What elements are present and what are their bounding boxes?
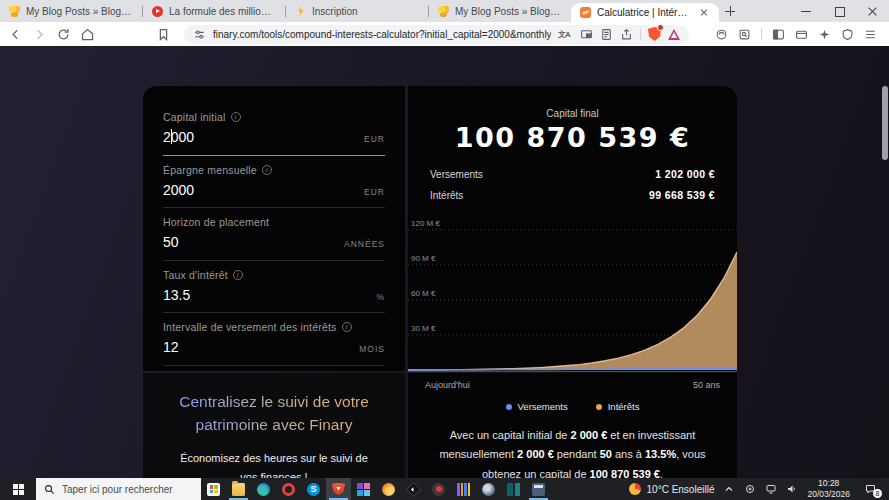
capital-initial-input[interactable]: 2000 xyxy=(163,129,194,145)
tab-title: Inscription xyxy=(312,6,419,17)
brave-rewards-icon[interactable] xyxy=(668,29,680,40)
field-intervalle-versement[interactable]: Intervalle de versement des intérêtsi 12… xyxy=(163,313,385,366)
youtube-icon xyxy=(152,6,163,17)
time: 10:28 xyxy=(807,478,850,489)
growth-chart: 30 M €60 M €90 M €120 M € xyxy=(408,210,737,376)
sun-icon xyxy=(629,483,641,495)
network-icon[interactable] xyxy=(765,483,777,495)
markethive-icon xyxy=(9,6,20,17)
stat-row-versements: Versements 1 202 000 € xyxy=(430,168,715,180)
promo-title: Centralisez le suivi de votre patrimoine… xyxy=(167,390,381,437)
close-tab-icon[interactable] xyxy=(698,7,710,19)
tab-title: Calculatrice | Intérêts composés xyxy=(597,7,692,18)
field-epargne-mensuelle[interactable]: Épargne mensuellei 2000 EUR xyxy=(163,156,385,209)
taskbar-search[interactable]: Taper ici pour rechercher xyxy=(36,478,201,500)
picture-in-picture-icon[interactable] xyxy=(580,28,593,41)
capital-final-label: Capital final xyxy=(408,108,737,119)
info-icon[interactable]: i xyxy=(342,322,352,332)
epargne-mensuelle-input[interactable]: 2000 xyxy=(163,182,194,198)
notification-badge: 8 xyxy=(873,489,882,498)
screen-recorder-icon[interactable] xyxy=(426,478,451,500)
tab-markethive-2[interactable]: My Blog Posts » Blogs » Markethive xyxy=(429,0,571,22)
back-icon[interactable] xyxy=(8,27,23,42)
skype-icon[interactable] xyxy=(301,478,326,500)
browser-tab-bar: My Blog Posts » Blogs » Markethive La fo… xyxy=(0,0,889,22)
new-tab-button[interactable] xyxy=(719,0,741,22)
horizon-placement-input[interactable]: 50 xyxy=(163,234,179,250)
sparkle-icon xyxy=(295,6,306,17)
result-stats: Versements 1 202 000 € Intérêts 99 668 5… xyxy=(430,168,715,201)
calculator-form-panel: Capital initiali 2000 EUR Épargne mensue… xyxy=(143,86,405,371)
bookmark-icon[interactable] xyxy=(156,27,171,42)
maximize-button[interactable] xyxy=(823,0,856,22)
info-icon[interactable]: i xyxy=(262,165,272,175)
reload-icon[interactable] xyxy=(56,27,71,42)
leo-ai-icon[interactable] xyxy=(818,28,831,41)
photos-icon[interactable] xyxy=(351,478,376,500)
weather-widget[interactable]: 10°C Ensoleillé xyxy=(629,483,715,495)
firefox-icon[interactable] xyxy=(376,478,401,500)
tab-finary-calculator-active[interactable]: Calculatrice | Intérêts composés xyxy=(571,3,719,22)
x-axis-label-end: 50 ans xyxy=(693,380,720,390)
edge-icon[interactable] xyxy=(251,478,276,500)
wallet-icon[interactable] xyxy=(795,28,808,41)
field-unit: ANNÉES xyxy=(344,239,385,249)
chart-x-axis: Aujourd'hui 50 ans xyxy=(408,376,737,390)
stat-label: Versements xyxy=(430,169,483,180)
forward-icon[interactable] xyxy=(32,27,47,42)
vpn-shield-icon[interactable] xyxy=(841,28,854,41)
taskbar-clock[interactable]: 10:28 20/03/2026 xyxy=(807,478,850,500)
opera-icon[interactable] xyxy=(276,478,301,500)
browser-toolbar: finary.com/tools/compound-interests-calc… xyxy=(0,22,889,46)
taux-interet-input[interactable]: 13.5 xyxy=(163,287,190,303)
sidebar-icon[interactable] xyxy=(772,28,785,41)
field-unit: MOIS xyxy=(359,344,385,354)
close-window-button[interactable] xyxy=(856,0,889,22)
page-scrollbar[interactable] xyxy=(882,86,888,160)
minimize-button[interactable] xyxy=(790,0,823,22)
shields-badge xyxy=(657,24,664,31)
tray-app-icon[interactable] xyxy=(744,483,756,495)
window-controls xyxy=(790,0,889,22)
intervalle-versement-input[interactable]: 12 xyxy=(163,339,179,355)
field-capital-initial[interactable]: Capital initiali 2000 EUR xyxy=(163,103,385,156)
weather-text: 10°C Ensoleillé xyxy=(647,484,715,495)
file-explorer-icon[interactable] xyxy=(226,478,251,500)
translate-icon[interactable]: 文A xyxy=(558,29,573,40)
field-unit: EUR xyxy=(364,187,385,197)
calculator-icon[interactable] xyxy=(526,478,551,500)
field-label: Horizon de placement xyxy=(163,216,269,228)
capital-final-value: 100 870 539 € xyxy=(408,122,737,153)
brave-shields-icon[interactable] xyxy=(648,27,661,41)
share-icon[interactable] xyxy=(620,28,633,41)
brave-icon[interactable] xyxy=(326,478,351,500)
tab-markethive-1[interactable]: My Blog Posts » Blogs » Markethive xyxy=(0,0,142,22)
tab-inscription[interactable]: Inscription xyxy=(286,0,428,22)
y-tick-label: 120 M € xyxy=(411,219,440,228)
field-horizon-placement[interactable]: Horizon de placement 50 ANNÉES xyxy=(163,208,385,261)
field-taux-interet[interactable]: Taux d'intérêti 13.5 % xyxy=(163,261,385,314)
start-button[interactable] xyxy=(0,478,36,500)
microsoft-store-icon[interactable] xyxy=(201,478,226,500)
address-bar[interactable]: finary.com/tools/compound-interests-calc… xyxy=(184,25,689,44)
info-icon[interactable]: i xyxy=(231,112,241,122)
tray-expand-icon[interactable] xyxy=(723,483,735,495)
stat-row-interets: Intérêts 99 668 539 € xyxy=(430,189,715,201)
info-icon[interactable]: i xyxy=(233,270,243,280)
reader-mode-icon[interactable] xyxy=(600,28,613,41)
tab-youtube[interactable]: La formule des millionnaires : les inté xyxy=(143,0,285,22)
color-stripes-app-icon[interactable] xyxy=(451,478,476,500)
stat-value: 1 202 000 € xyxy=(655,168,715,180)
search-panel-icon[interactable] xyxy=(738,28,751,41)
brave-news-icon[interactable] xyxy=(715,28,728,41)
menu-icon[interactable] xyxy=(864,28,877,41)
tor-browser-icon[interactable] xyxy=(476,478,501,500)
site-settings-icon[interactable] xyxy=(193,28,206,41)
home-icon[interactable] xyxy=(80,27,95,42)
inkscape-icon[interactable] xyxy=(401,478,426,500)
tab-title: My Blog Posts » Blogs » Markethive xyxy=(26,6,133,17)
notification-center[interactable]: 8 xyxy=(859,478,883,500)
panels-app-icon[interactable] xyxy=(501,478,526,500)
volume-icon[interactable] xyxy=(786,483,798,495)
growth-chart-svg: 30 M €60 M €90 M €120 M € xyxy=(408,210,737,376)
